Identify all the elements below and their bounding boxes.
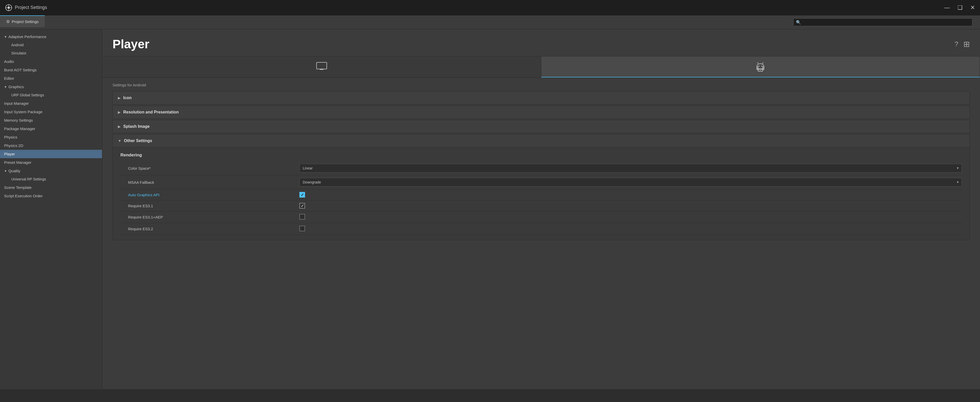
page-title: Player: [113, 37, 149, 51]
color-space-value: Linear Gamma ▼: [299, 164, 962, 173]
color-space-dropdown-wrapper: Linear Gamma ▼: [299, 164, 962, 173]
sidebar-label: Input Manager: [4, 101, 29, 106]
require-es32-label: Require ES3.2: [121, 227, 299, 231]
require-es31-checkbox[interactable]: ✓: [299, 203, 305, 208]
sidebar: ▼ Adaptive Performance Android Simulator…: [0, 29, 102, 389]
sidebar-item-package-manager[interactable]: Package Manager: [0, 124, 102, 133]
svg-line-12: [757, 62, 758, 64]
sidebar-item-physics2d[interactable]: Physics 2D: [0, 141, 102, 150]
require-es32-row: Require ES3.2: [121, 223, 962, 235]
tab-icon: ⚙: [6, 19, 10, 24]
sidebar-label: Graphics: [8, 84, 24, 89]
section-arrow-icon: ▶: [118, 124, 121, 129]
sidebar-label: Audio: [4, 59, 14, 64]
main-layout: ▼ Adaptive Performance Android Simulator…: [0, 29, 980, 389]
auto-graphics-api-label[interactable]: Auto Graphics API: [121, 193, 299, 197]
svg-point-11: [761, 66, 762, 67]
sidebar-item-audio[interactable]: Audio: [0, 57, 102, 66]
search-input[interactable]: [793, 18, 972, 26]
platform-tabs: [102, 57, 980, 78]
project-settings-tab[interactable]: ⚙ Project Settings: [0, 15, 45, 27]
checkmark-icon: ✓: [301, 192, 304, 197]
window-controls: — ❑ ✕: [944, 5, 975, 11]
layout-icon[interactable]: ⊞: [963, 40, 970, 49]
maximize-button[interactable]: ❑: [958, 5, 963, 11]
arrow-down-icon: ▼: [4, 170, 7, 173]
section-splash-title: Splash Image: [123, 124, 150, 129]
auto-graphics-api-checkbox[interactable]: ✓: [299, 192, 305, 197]
msaa-fallback-row: MSAA Fallback Downgrade None ▼: [121, 175, 962, 189]
sidebar-label: URP Global Settings: [11, 93, 44, 97]
sidebar-item-preset-manager[interactable]: Preset Manager: [0, 158, 102, 167]
settings-for-label: Settings for Android: [113, 83, 970, 87]
section-arrow-icon: ▶: [118, 110, 121, 114]
sidebar-item-player[interactable]: Player: [0, 150, 102, 158]
sidebar-label: Simulator: [11, 51, 26, 55]
arrow-down-icon: ▼: [4, 85, 7, 88]
sidebar-item-adaptive-performance[interactable]: ▼ Adaptive Performance: [0, 32, 102, 41]
section-resolution-header[interactable]: ▶ Resolution and Presentation: [113, 106, 969, 119]
section-splash-header[interactable]: ▶ Splash Image: [113, 120, 969, 133]
msaa-fallback-dropdown[interactable]: Downgrade None: [299, 178, 962, 187]
sidebar-item-input-system[interactable]: Input System Package: [0, 108, 102, 116]
sidebar-item-android[interactable]: Android: [0, 41, 102, 49]
minimize-button[interactable]: —: [944, 5, 950, 11]
svg-line-13: [762, 62, 764, 64]
sidebar-item-scene-template[interactable]: Scene Template: [0, 183, 102, 192]
sidebar-label: Scene Template: [4, 185, 32, 190]
sidebar-item-quality[interactable]: ▼ Quality: [0, 167, 102, 175]
section-arrow-down-icon: ▼: [118, 139, 121, 143]
color-space-dropdown[interactable]: Linear Gamma: [299, 164, 962, 173]
require-es31-aep-label: Require ES3.1+AEP: [121, 215, 299, 219]
sidebar-label: Burst AOT Settings: [4, 68, 37, 72]
sidebar-item-graphics[interactable]: ▼ Graphics: [0, 83, 102, 91]
sidebar-item-urp-global[interactable]: URP Global Settings: [0, 91, 102, 99]
platform-tab-android[interactable]: [541, 57, 980, 78]
sidebar-item-script-execution[interactable]: Script Execution Order: [0, 192, 102, 200]
color-space-row: Color Space* Linear Gamma ▼: [121, 161, 962, 175]
auto-graphics-api-value: ✓: [299, 192, 962, 197]
require-es31-row: Require ES3.1 ✓: [121, 200, 962, 211]
section-resolution-title: Resolution and Presentation: [123, 110, 179, 114]
platform-tab-desktop[interactable]: [102, 57, 541, 78]
sidebar-label: Preset Manager: [4, 160, 32, 165]
sidebar-item-physics[interactable]: Physics: [0, 133, 102, 141]
section-icon: ▶ Icon: [113, 91, 970, 105]
require-es31-aep-row: Require ES3.1+AEP: [121, 211, 962, 223]
sidebar-label: Physics 2D: [4, 143, 23, 148]
section-splash: ▶ Splash Image: [113, 120, 970, 133]
section-other-header[interactable]: ▼ Other Settings: [113, 134, 969, 148]
help-icon[interactable]: ?: [955, 40, 958, 48]
sidebar-item-input-manager[interactable]: Input Manager: [0, 99, 102, 108]
arrow-down-icon: ▼: [4, 35, 7, 38]
require-es31-aep-value: [299, 214, 962, 220]
close-button[interactable]: ✕: [970, 5, 975, 11]
require-es32-checkbox[interactable]: [299, 226, 305, 231]
section-icon-title: Icon: [123, 95, 132, 100]
require-es31-aep-checkbox[interactable]: [299, 214, 305, 219]
sidebar-item-simulator[interactable]: Simulator: [0, 49, 102, 57]
sidebar-label: Adaptive Performance: [8, 35, 46, 39]
svg-point-1: [7, 6, 10, 9]
section-icon-header[interactable]: ▶ Icon: [113, 92, 969, 104]
sidebar-item-editor[interactable]: Editor: [0, 74, 102, 83]
section-other-settings: ▼ Other Settings Rendering Color Space* …: [113, 134, 970, 240]
search-icon: 🔍: [796, 20, 801, 25]
section-other-title: Other Settings: [124, 138, 152, 143]
sidebar-label: Input System Package: [4, 110, 43, 114]
require-es31-label: Require ES3.1: [121, 204, 299, 208]
content-area: Player ? ⊞: [102, 29, 980, 389]
auto-graphics-api-row: Auto Graphics API ✓: [121, 189, 962, 200]
other-settings-content: Rendering Color Space* Linear Gamma ▼: [113, 148, 969, 240]
svg-rect-6: [317, 62, 327, 69]
sidebar-label: Package Manager: [4, 127, 35, 131]
sidebar-label: Universal RP Settings: [11, 177, 46, 181]
window-title: Project Settings: [15, 5, 47, 10]
require-es32-value: [299, 226, 962, 232]
tab-label: Project Settings: [12, 19, 38, 24]
sidebar-item-universal-rp[interactable]: Universal RP Settings: [0, 175, 102, 183]
sidebar-item-burst-aot[interactable]: Burst AOT Settings: [0, 66, 102, 74]
sidebar-item-memory-settings[interactable]: Memory Settings: [0, 116, 102, 124]
checkmark-icon: ✓: [301, 203, 304, 208]
color-space-label: Color Space*: [121, 166, 299, 170]
